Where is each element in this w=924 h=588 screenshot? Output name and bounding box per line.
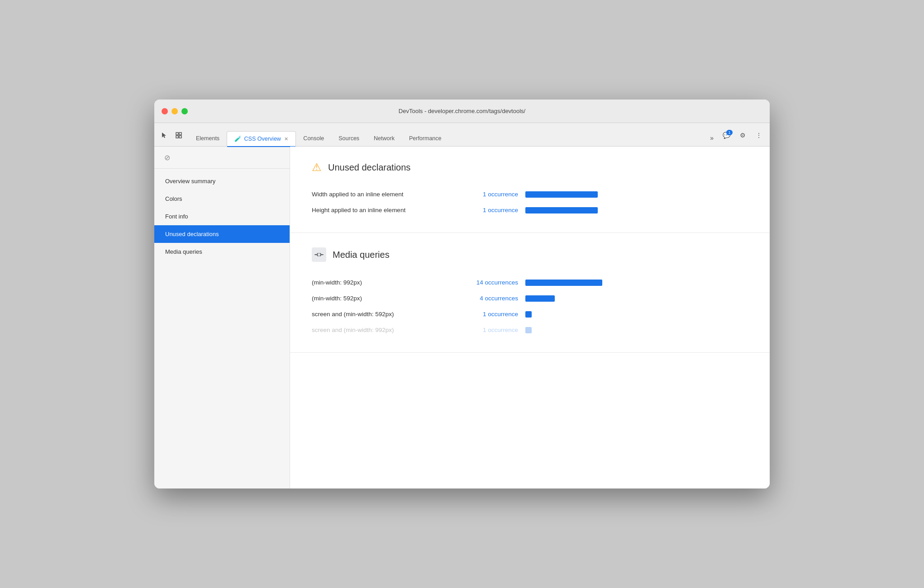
occurrence-link[interactable]: 1 occurrence bbox=[464, 327, 518, 333]
occurrence-bar bbox=[525, 327, 532, 333]
unused-declarations-header: ⚠ Unused declarations bbox=[312, 161, 748, 174]
sidebar-item-font-info[interactable]: Font info bbox=[154, 208, 290, 225]
tab-css-overview[interactable]: 🧪 CSS Overview ✕ bbox=[227, 131, 296, 147]
tab-console[interactable]: Console bbox=[296, 132, 331, 146]
svg-rect-2 bbox=[176, 136, 178, 138]
sidebar-item-colors[interactable]: Colors bbox=[154, 190, 290, 208]
table-row: screen and (min-width: 592px) 1 occurren… bbox=[312, 306, 748, 322]
tabbar: Elements 🧪 CSS Overview ✕ Console Source… bbox=[154, 123, 770, 147]
titlebar: DevTools - developer.chrome.com/tags/dev… bbox=[154, 100, 770, 123]
occurrence-bar bbox=[525, 311, 532, 318]
tab-network[interactable]: Network bbox=[367, 132, 402, 146]
sidebar-nav: Overview summary Colors Font info Unused… bbox=[154, 169, 290, 264]
table-row: (min-width: 592px) 4 occurrences bbox=[312, 290, 748, 306]
layers-icon[interactable] bbox=[172, 129, 185, 142]
table-row: screen and (min-width: 992px) 1 occurren… bbox=[312, 322, 748, 338]
tab-close-icon[interactable]: ✕ bbox=[284, 136, 288, 142]
occurrence-bar bbox=[525, 295, 555, 302]
svg-rect-3 bbox=[179, 136, 181, 138]
media-queries-title: Media queries bbox=[333, 250, 390, 260]
occurrence-link[interactable]: 4 occurrences bbox=[464, 295, 518, 302]
table-row: Height applied to an inline element 1 oc… bbox=[312, 202, 748, 218]
table-row: (min-width: 992px) 14 occurrences bbox=[312, 275, 748, 290]
sidebar: ⊘ Overview summary Colors Font info Unus… bbox=[154, 147, 290, 488]
unused-declarations-title: Unused declarations bbox=[328, 162, 410, 173]
bar-container bbox=[525, 327, 748, 333]
unused-declarations-section: ⚠ Unused declarations Width applied to a… bbox=[290, 147, 770, 233]
sidebar-top: ⊘ bbox=[154, 147, 290, 169]
occurrence-link[interactable]: 1 occurrence bbox=[464, 191, 518, 198]
chat-badge: 1 bbox=[726, 130, 733, 135]
bar-container bbox=[525, 311, 748, 318]
sidebar-item-unused-declarations[interactable]: Unused declarations bbox=[154, 225, 290, 243]
occurrence-link[interactable]: 14 occurrences bbox=[464, 279, 518, 286]
occurrence-link[interactable]: 1 occurrence bbox=[464, 207, 518, 213]
content-area: ⚠ Unused declarations Width applied to a… bbox=[290, 147, 770, 488]
devtools-window: DevTools - developer.chrome.com/tags/dev… bbox=[154, 100, 770, 488]
main-area: ⊘ Overview summary Colors Font info Unus… bbox=[154, 147, 770, 488]
window-title: DevTools - developer.chrome.com/tags/dev… bbox=[399, 108, 525, 114]
warning-icon: ⚠ bbox=[312, 161, 322, 174]
sidebar-item-media-queries[interactable]: Media queries bbox=[154, 243, 290, 261]
dots-icon: ⋮ bbox=[756, 132, 762, 139]
row-label: Height applied to an inline element bbox=[312, 207, 457, 213]
svg-rect-0 bbox=[176, 133, 178, 135]
row-label: Width applied to an inline element bbox=[312, 191, 457, 198]
gear-icon: ⚙ bbox=[740, 132, 746, 139]
tab-icon-group bbox=[158, 129, 185, 146]
chat-button[interactable]: 💬 1 bbox=[719, 129, 733, 142]
row-label: screen and (min-width: 992px) bbox=[312, 327, 457, 333]
bar-container bbox=[525, 280, 748, 286]
traffic-lights bbox=[162, 108, 188, 114]
row-label: (min-width: 592px) bbox=[312, 295, 457, 302]
row-label: (min-width: 992px) bbox=[312, 279, 457, 286]
table-row: Width applied to an inline element 1 occ… bbox=[312, 186, 748, 202]
maximize-button[interactable] bbox=[181, 108, 188, 114]
more-tabs-button[interactable]: » bbox=[705, 131, 719, 146]
tab-performance[interactable]: Performance bbox=[402, 132, 449, 146]
media-queries-section: Media queries (min-width: 992px) 14 occu… bbox=[290, 233, 770, 353]
tab-sources[interactable]: Sources bbox=[331, 132, 367, 146]
svg-rect-1 bbox=[179, 133, 181, 135]
minimize-button[interactable] bbox=[171, 108, 178, 114]
close-button[interactable] bbox=[162, 108, 168, 114]
more-options-button[interactable]: ⋮ bbox=[752, 129, 766, 142]
row-label: screen and (min-width: 592px) bbox=[312, 311, 457, 318]
block-icon[interactable]: ⊘ bbox=[162, 152, 172, 163]
settings-button[interactable]: ⚙ bbox=[735, 129, 750, 142]
sidebar-item-overview-summary[interactable]: Overview summary bbox=[154, 172, 290, 190]
cursor-icon[interactable] bbox=[158, 129, 171, 142]
occurrence-link[interactable]: 1 occurrence bbox=[464, 311, 518, 318]
media-queries-header: Media queries bbox=[312, 247, 748, 262]
bar-container bbox=[525, 207, 748, 213]
occurrence-bar bbox=[525, 280, 602, 286]
occurrence-bar bbox=[525, 191, 598, 198]
media-arrows-icon bbox=[312, 247, 326, 262]
bar-container bbox=[525, 191, 748, 198]
bar-container bbox=[525, 295, 748, 302]
tab-actions: 💬 1 ⚙ ⋮ bbox=[719, 129, 766, 146]
tab-elements[interactable]: Elements bbox=[189, 132, 227, 146]
occurrence-bar bbox=[525, 207, 598, 213]
beaker-icon: 🧪 bbox=[234, 135, 242, 142]
